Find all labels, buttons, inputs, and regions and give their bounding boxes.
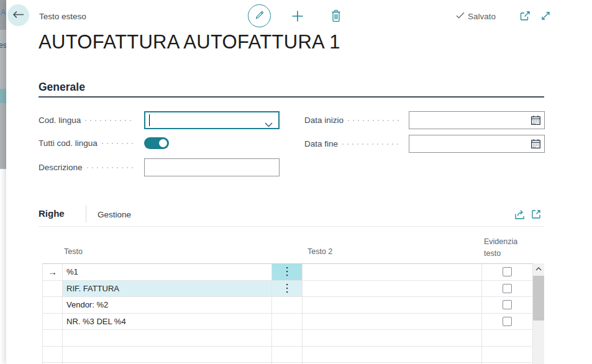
- calendar-icon[interactable]: [531, 115, 541, 128]
- evidenzia-checkbox[interactable]: [503, 300, 512, 309]
- edit-button[interactable]: [248, 4, 271, 27]
- cell-evidenzia: [482, 281, 533, 298]
- cell-testo[interactable]: [63, 330, 272, 347]
- righe-table: → %1 RIF. FATTURA Vendor: %2: [42, 263, 533, 364]
- data-fine-input[interactable]: [412, 137, 521, 151]
- cell-testo2[interactable]: [303, 264, 482, 281]
- row-selector[interactable]: [42, 347, 63, 363]
- dotted-leader: [85, 120, 135, 121]
- page-caption: Testo esteso: [39, 12, 86, 21]
- cell-testo2[interactable]: [303, 314, 482, 330]
- delete-button[interactable]: [330, 9, 342, 23]
- scroll-up-icon[interactable]: [533, 263, 544, 274]
- data-inizio-input[interactable]: [412, 114, 521, 127]
- cell-testo2[interactable]: [303, 347, 482, 363]
- cod-lingua-combobox[interactable]: [144, 111, 280, 129]
- toggle-knob: [159, 139, 167, 147]
- column-header-evidenzia-testo[interactable]: Evidenzia testo: [484, 236, 529, 260]
- descrizione-input[interactable]: [148, 161, 256, 175]
- field-label-tutti-cod-lingua: Tutti cod. lingua: [39, 134, 140, 152]
- cell-evidenzia: [482, 297, 533, 314]
- cell-evidenzia[interactable]: [482, 330, 533, 347]
- table-row: RIF. FATTURA: [42, 281, 533, 298]
- field-label-cod-lingua: Cod. lingua: [39, 111, 140, 129]
- save-status-label: Salvato: [468, 12, 496, 21]
- cell-evidenzia: [482, 314, 533, 330]
- trash-icon: [330, 14, 342, 25]
- row-selector[interactable]: [42, 281, 63, 298]
- field-label-data-inizio: Data inizio: [304, 111, 404, 129]
- cell-testo[interactable]: RIF. FATTURA: [63, 281, 272, 298]
- field-label-descrizione: Descrizione: [39, 158, 140, 176]
- dotted-leader: [342, 143, 399, 145]
- cell-assist[interactable]: [272, 330, 303, 347]
- ellipsis-vertical-icon: [286, 267, 288, 276]
- cell-testo[interactable]: NR. %3 DEL %4: [63, 314, 272, 330]
- cell-assist[interactable]: [272, 297, 303, 314]
- cell-evidenzia: [482, 264, 533, 281]
- dotted-leader: [102, 143, 135, 144]
- cell-assist[interactable]: [272, 314, 303, 330]
- table-row: → %1: [42, 264, 533, 281]
- row-selector[interactable]: [42, 297, 63, 314]
- row-selector[interactable]: [42, 314, 63, 330]
- row-options-button[interactable]: [272, 281, 303, 298]
- back-button[interactable]: [7, 4, 29, 26]
- column-header-testo[interactable]: Testo: [64, 247, 83, 256]
- cell-testo2[interactable]: [303, 330, 482, 347]
- current-row-arrow-icon: →: [48, 267, 57, 276]
- table-row: Vendor: %2: [42, 297, 533, 314]
- focus-mode-icon[interactable]: [530, 208, 542, 221]
- current-row-indicator: →: [42, 264, 63, 281]
- cell-testo2[interactable]: [303, 281, 482, 298]
- table-row: [42, 330, 533, 347]
- open-in-window-icon[interactable]: [519, 11, 531, 22]
- evidenzia-checkbox[interactable]: [503, 317, 512, 326]
- gestione-menu[interactable]: Gestione: [98, 210, 131, 219]
- cell-testo[interactable]: [63, 347, 272, 363]
- scrollbar-thumb[interactable]: [533, 276, 544, 321]
- cod-lingua-input[interactable]: [148, 114, 257, 128]
- chevron-down-icon[interactable]: [265, 119, 273, 130]
- data-inizio-field[interactable]: [409, 111, 545, 129]
- dotted-leader: [87, 167, 135, 168]
- resize-expand-icon[interactable]: [540, 10, 552, 22]
- menu-separator: [86, 205, 86, 222]
- section-underline: [39, 96, 544, 98]
- column-header-testo2[interactable]: Testo 2: [307, 247, 332, 256]
- save-status: Salvato: [456, 12, 496, 21]
- section-title-generale: Generale: [39, 81, 85, 94]
- row-options-button[interactable]: [272, 264, 303, 281]
- section-title-righe: Righe: [39, 208, 65, 219]
- calendar-icon[interactable]: [531, 139, 541, 152]
- extended-text-page: A es Testo esteso Salvato AUTOFATTURA: [0, 0, 592, 364]
- field-label-data-fine: Data fine: [304, 135, 404, 153]
- tutti-cod-lingua-toggle[interactable]: [144, 137, 169, 149]
- cell-evidenzia[interactable]: [482, 347, 533, 363]
- check-icon: [456, 12, 465, 21]
- row-selector[interactable]: [42, 330, 63, 347]
- background-page-edge: A es: [0, 0, 6, 364]
- cell-testo2[interactable]: [303, 297, 482, 314]
- cell-testo[interactable]: %1: [63, 264, 272, 281]
- new-button[interactable]: [291, 9, 304, 23]
- dotted-leader: [348, 120, 399, 121]
- cell-assist[interactable]: [272, 347, 303, 363]
- righe-divider: [39, 226, 544, 227]
- descrizione-field[interactable]: [144, 158, 280, 176]
- background-text-fragment: es: [0, 41, 6, 50]
- pencil-icon: [253, 9, 266, 24]
- table-row: [42, 347, 533, 363]
- evidenzia-checkbox[interactable]: [503, 267, 512, 276]
- share-icon[interactable]: [513, 207, 527, 221]
- plus-icon: [291, 14, 304, 25]
- evidenzia-checkbox[interactable]: [503, 284, 512, 293]
- table-row: NR. %3 DEL %4: [42, 314, 533, 330]
- page-title: AUTOFATTURA AUTOFATTURA 1: [39, 31, 340, 53]
- ellipsis-vertical-icon: [286, 284, 288, 293]
- table-scrollbar[interactable]: [533, 263, 544, 364]
- background-text-fragment: A: [1, 8, 6, 17]
- back-arrow-icon: [12, 10, 24, 21]
- data-fine-field[interactable]: [409, 135, 545, 153]
- cell-testo[interactable]: Vendor: %2: [63, 297, 272, 314]
